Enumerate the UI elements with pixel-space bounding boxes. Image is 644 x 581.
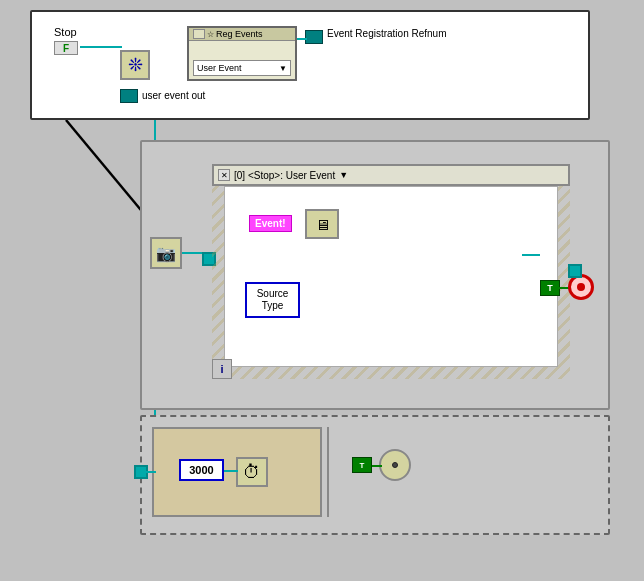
info-badge: i xyxy=(212,359,232,379)
tunnel-right-connector xyxy=(568,264,582,278)
stop-label: Stop xyxy=(54,26,78,38)
snowflake-icon: ❊ xyxy=(120,50,150,80)
user-event-out-box xyxy=(120,89,138,103)
bottom-panel: 3000 ⏱ T xyxy=(140,415,610,535)
main-left-icon[interactable]: 📷 xyxy=(150,237,182,269)
event-data-icon: 🖥 xyxy=(305,209,339,239)
value-3000: 3000 xyxy=(189,464,213,476)
user-event-dropdown[interactable]: User Event ▼ xyxy=(193,60,291,76)
event-selector-close-box[interactable]: ✕ xyxy=(218,169,230,181)
bottom-left-box: 3000 ⏱ xyxy=(152,427,322,517)
wire-stop-snowflake xyxy=(80,46,122,48)
event-label: Event! xyxy=(249,215,292,232)
source-type-box: Source Type xyxy=(245,282,300,318)
timer-symbol: ⏱ xyxy=(243,462,261,483)
event-reg-refnum-box xyxy=(305,30,323,44)
bottom-right-section: T xyxy=(334,427,504,517)
event-selector-arrow[interactable]: ▼ xyxy=(339,170,348,180)
circle-dot-inner xyxy=(392,462,398,468)
reg-events-icon2: ☆ xyxy=(207,30,214,39)
reg-events-block[interactable]: ☆ Reg Events User Event ▼ xyxy=(187,26,297,81)
info-icon: i xyxy=(220,363,223,375)
event-selector-text: [0] <Stop>: User Event xyxy=(234,170,335,181)
stop-button[interactable]: F xyxy=(54,41,78,55)
user-event-out-label: user event out xyxy=(142,90,205,101)
wire-3000-timer xyxy=(224,470,238,472)
true-value: T xyxy=(547,283,553,293)
stop-dot xyxy=(577,283,585,291)
timer-icon: ⏱ xyxy=(236,457,268,487)
wire-bottom-entry xyxy=(146,471,156,473)
wire-struct-right xyxy=(522,254,540,256)
source-type-text: Source Type xyxy=(247,288,298,312)
main-panel: 📷 ✕ [0] <Stop>: User Event ▼ Event! 🖥 So… xyxy=(140,140,610,410)
value-3000-box: 3000 xyxy=(179,459,224,481)
event-struct-inner: Event! 🖥 Source Type xyxy=(224,186,558,367)
circle-dot-icon xyxy=(379,449,411,481)
event-structure: ✕ [0] <Stop>: User Event ▼ Event! 🖥 Sour… xyxy=(212,164,570,379)
reg-events-header: ☆ Reg Events xyxy=(189,28,295,41)
wire-reg-refnum xyxy=(297,38,307,40)
top-panel: Stop F ❊ ☆ Reg Events User Event ▼ Event… xyxy=(30,10,590,120)
reg-events-small-icon xyxy=(193,29,205,39)
user-event-label: User Event xyxy=(197,63,242,73)
bottom-green-indicator: T xyxy=(352,457,372,473)
reg-events-title: Reg Events xyxy=(216,29,263,39)
bottom-divider xyxy=(327,427,329,517)
event-selector-bar[interactable]: ✕ [0] <Stop>: User Event ▼ xyxy=(212,164,570,186)
true-constant: T xyxy=(540,280,560,296)
event-reg-refnum-label: Event Registration Refnum xyxy=(327,28,447,39)
wire-green-to-circle xyxy=(372,465,382,467)
dropdown-arrow-icon[interactable]: ▼ xyxy=(279,64,287,73)
stop-value: F xyxy=(63,43,69,54)
